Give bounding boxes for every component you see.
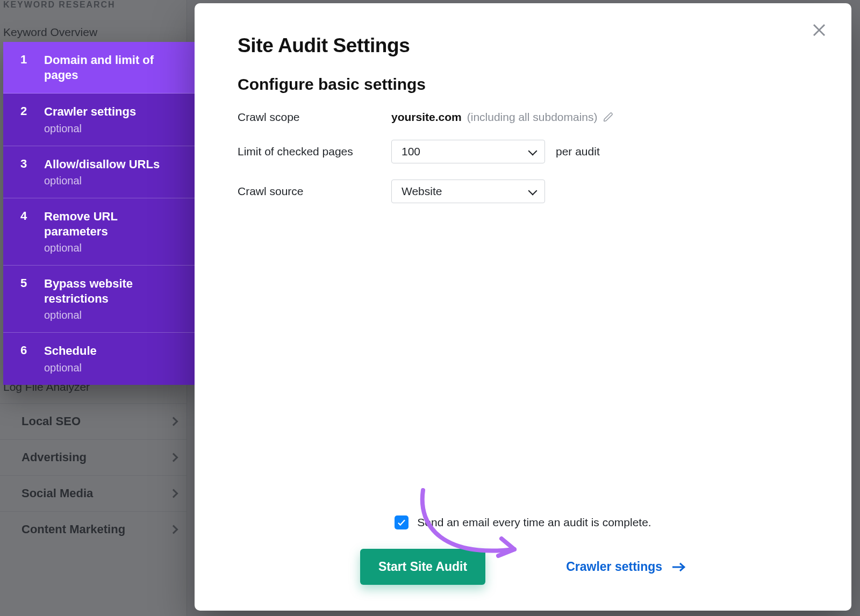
row-crawl-source: Crawl source Website [238, 180, 808, 203]
step-title: Allow/disallow URLs [44, 157, 160, 172]
step-subtitle: optional [44, 242, 183, 254]
step-number: 2 [20, 104, 32, 135]
step-title: Domain and limit of pages [44, 53, 183, 82]
step-title: Schedule [44, 343, 97, 359]
site-audit-settings-modal: Site Audit Settings Configure basic sett… [195, 3, 851, 611]
step-subtitle: optional [44, 175, 160, 187]
wizard-step-3[interactable]: 3 Allow/disallow URLs optional [3, 146, 196, 199]
crawler-settings-link[interactable]: Crawler settings [566, 560, 686, 574]
arrow-right-icon [672, 562, 686, 572]
label-crawl-scope: Crawl scope [238, 111, 391, 124]
email-notify-label: Send an email every time an audit is com… [417, 516, 651, 529]
label-crawl-source: Crawl source [238, 185, 391, 198]
step-number: 5 [20, 276, 32, 321]
step-number: 1 [20, 53, 32, 82]
crawl-scope-hint: (including all subdomains) [467, 111, 598, 124]
step-subtitle: optional [44, 309, 183, 321]
pencil-icon [603, 112, 614, 123]
wizard-step-5[interactable]: 5 Bypass website restrictions optional [3, 266, 196, 333]
step-number: 3 [20, 157, 32, 188]
step-number: 4 [20, 209, 32, 254]
chevron-down-icon [528, 187, 538, 196]
modal-actions: Start Site Audit Crawler settings [238, 549, 808, 585]
check-icon [397, 518, 406, 527]
modal-title: Site Audit Settings [238, 34, 808, 57]
row-limit-pages: Limit of checked pages 100 per audit [238, 140, 808, 163]
close-icon [811, 22, 827, 38]
wizard-step-2[interactable]: 2 Crawler settings optional [3, 94, 196, 146]
crawl-source-value: Website [402, 185, 442, 198]
edit-crawl-scope-button[interactable] [603, 112, 614, 123]
email-notify-row: Send an email every time an audit is com… [238, 515, 808, 529]
crawl-source-select[interactable]: Website [391, 180, 545, 203]
wizard-step-6[interactable]: 6 Schedule optional [3, 333, 196, 385]
step-subtitle: optional [44, 123, 136, 135]
step-title: Remove URL parameters [44, 209, 183, 239]
start-site-audit-button[interactable]: Start Site Audit [360, 549, 485, 585]
modal-subtitle: Configure basic settings [238, 75, 808, 94]
wizard-steps: 1 Domain and limit of pages 2 Crawler se… [3, 42, 196, 385]
chevron-down-icon [528, 147, 538, 156]
step-title: Crawler settings [44, 104, 136, 119]
step-subtitle: optional [44, 362, 97, 374]
close-button[interactable] [808, 19, 830, 41]
next-link-label: Crawler settings [566, 560, 662, 574]
wizard-step-4[interactable]: 4 Remove URL parameters optional [3, 198, 196, 266]
step-title: Bypass website restrictions [44, 276, 183, 306]
limit-suffix: per audit [556, 145, 600, 158]
label-limit-pages: Limit of checked pages [238, 145, 391, 158]
row-crawl-scope: Crawl scope yoursite.com (including all … [238, 111, 808, 124]
email-notify-checkbox[interactable] [395, 515, 408, 529]
limit-pages-value: 100 [402, 145, 420, 158]
step-number: 6 [20, 343, 32, 374]
limit-pages-select[interactable]: 100 [391, 140, 545, 163]
crawl-scope-value: yoursite.com [391, 111, 462, 124]
modal-footer: Send an email every time an audit is com… [238, 515, 808, 585]
wizard-step-1[interactable]: 1 Domain and limit of pages [3, 42, 196, 94]
